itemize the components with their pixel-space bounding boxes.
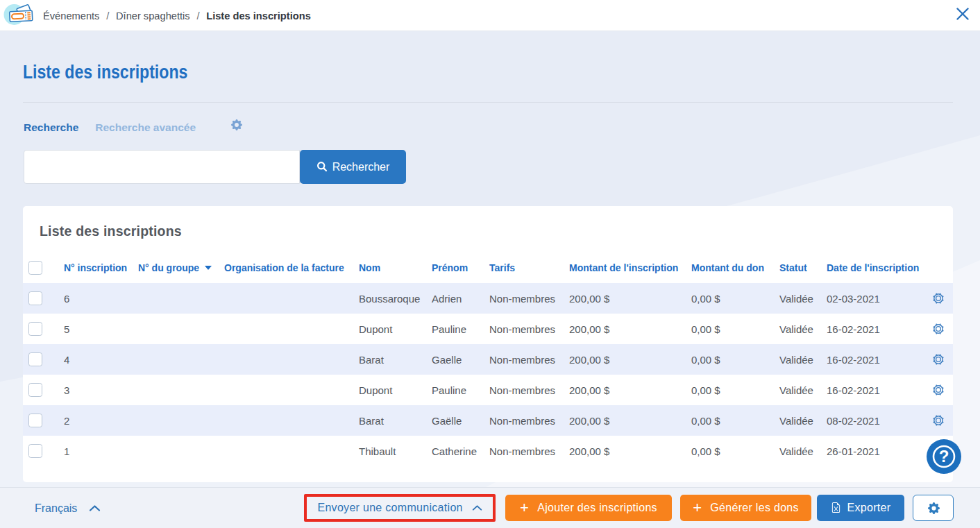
svg-text:?: ? [939, 447, 949, 466]
